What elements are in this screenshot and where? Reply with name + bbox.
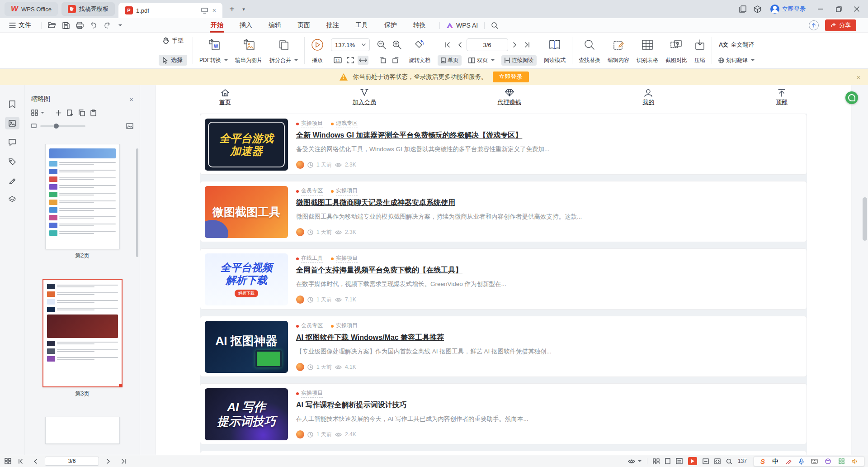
- fit-window-icon[interactable]: [703, 458, 709, 464]
- page-thumbnail-3-selected[interactable]: [42, 279, 123, 387]
- page-thumbnail-4[interactable]: [45, 417, 120, 444]
- toolbox-grid-icon[interactable]: [839, 458, 844, 464]
- tab-docer-template[interactable]: 找稿壳模板: [61, 2, 115, 16]
- next-page-button[interactable]: [104, 456, 113, 467]
- find-replace-button[interactable]: 查找替换: [575, 34, 604, 67]
- notice-login-button[interactable]: 立即登录: [493, 71, 529, 82]
- page-thumbnail-2[interactable]: [45, 144, 120, 249]
- fit-width-icon[interactable]: [714, 458, 721, 464]
- next-page-button[interactable]: [510, 39, 520, 50]
- compress-button[interactable]: 压缩: [691, 34, 709, 67]
- input-method-bar[interactable]: S 中: [754, 456, 864, 467]
- article-title-link[interactable]: 全新 Windows GI 加速器评测全平台免费畅玩的终极解决【游戏专区】: [296, 131, 522, 140]
- article-tag[interactable]: 会员专区: [296, 187, 323, 195]
- layers-panel-button[interactable]: [5, 193, 19, 205]
- eye-protect-dropdown[interactable]: [628, 459, 642, 464]
- article-card[interactable]: 全平台游戏 加速器 实操项目 游戏专区 全新 Windows GI 加速器评测全…: [200, 114, 807, 175]
- prev-page-button[interactable]: [30, 456, 40, 467]
- article-title-link[interactable]: 全网首个支持海量视频平台免费下载的【在线工具】: [296, 266, 462, 275]
- article-tag[interactable]: 实操项目: [296, 389, 323, 398]
- tab-edit[interactable]: 编辑: [261, 19, 288, 32]
- minimize-button[interactable]: [813, 2, 828, 16]
- last-page-button[interactable]: [118, 456, 128, 467]
- tab-home[interactable]: 开始: [203, 19, 231, 32]
- tab-document-pdf[interactable]: P 1.pdf ×: [118, 3, 222, 18]
- workspace-docs-icon[interactable]: [737, 3, 749, 15]
- keyboard-icon[interactable]: [811, 459, 818, 464]
- file-menu-button[interactable]: 文件: [5, 21, 35, 29]
- sound-icon[interactable]: [852, 458, 858, 464]
- article-tag[interactable]: 实操项目: [296, 119, 323, 128]
- ime-brush-icon[interactable]: [786, 458, 792, 464]
- wps-ai-button[interactable]: WPS AI: [446, 22, 478, 29]
- first-page-button[interactable]: [16, 456, 26, 467]
- thumbnail-layout-dropdown[interactable]: [31, 110, 44, 116]
- tab-page[interactable]: 页面: [290, 19, 317, 32]
- search-icon[interactable]: [491, 22, 498, 29]
- continuous-read-button[interactable]: 连续阅读: [501, 55, 537, 66]
- comments-panel-button[interactable]: [5, 136, 19, 148]
- fit-width-button[interactable]: [358, 56, 368, 65]
- article-thumbnail[interactable]: 全平台游戏 加速器: [205, 119, 288, 171]
- redo-icon[interactable]: [104, 22, 111, 29]
- microphone-icon[interactable]: [799, 458, 804, 465]
- panel-scrollbar[interactable]: [136, 148, 138, 257]
- page-organize-icon[interactable]: [5, 458, 11, 464]
- zoom-out-icon[interactable]: [377, 40, 386, 49]
- document-scrollbar[interactable]: [863, 197, 867, 241]
- single-page-button[interactable]: 单页: [438, 55, 462, 66]
- article-tag[interactable]: 在线工具: [296, 254, 323, 263]
- full-translate-button[interactable]: A文 全文翻译: [719, 35, 754, 54]
- hand-tool-button[interactable]: 手型: [159, 35, 187, 46]
- slider-handle[interactable]: [54, 124, 59, 129]
- panel-close-icon[interactable]: ×: [129, 95, 133, 103]
- word-translate-button[interactable]: 划词翻译: [718, 55, 755, 66]
- undo-icon[interactable]: [90, 22, 97, 29]
- zoom-tool-icon[interactable]: [726, 458, 732, 464]
- single-page-view-icon[interactable]: [665, 458, 670, 464]
- article-title-link[interactable]: AI 抠图软件下载 Windows/Mac 兼容工具推荐: [296, 333, 444, 343]
- article-tag[interactable]: 会员专区: [296, 322, 323, 330]
- article-card[interactable]: 全平台视频 解析下载 解析下载 在线工具 实操项目 全网首个支持海量视频平台免费…: [200, 248, 807, 310]
- zoom-in-icon[interactable]: [392, 40, 401, 49]
- close-button[interactable]: [849, 2, 864, 16]
- tab-protect[interactable]: 保护: [377, 19, 404, 32]
- apps-cube-icon[interactable]: [751, 3, 763, 15]
- open-folder-icon[interactable]: [48, 22, 56, 29]
- split-merge-button[interactable]: 拆分合并: [266, 34, 302, 67]
- tab-screen-icon[interactable]: [201, 8, 208, 14]
- rotate-right-icon[interactable]: [392, 57, 399, 63]
- login-now-button[interactable]: 立即登录: [770, 5, 806, 14]
- pdf-convert-button[interactable]: W PDF转换: [196, 34, 231, 67]
- table-recognize-button[interactable]: 识别表格: [633, 34, 662, 67]
- bookmarks-panel-button[interactable]: [5, 98, 19, 110]
- article-card[interactable]: AI 抠图神器 会员专区 实操项目 AI 抠图软件下载 Windows/Mac …: [200, 316, 807, 377]
- article-thumbnail[interactable]: AI 写作 提示词技巧: [205, 388, 288, 440]
- tab-tools[interactable]: 工具: [348, 19, 375, 32]
- tab-list-dropdown[interactable]: ▾: [238, 3, 250, 15]
- prev-page-button[interactable]: [455, 39, 465, 50]
- page-number-input[interactable]: 3/6: [45, 457, 99, 466]
- first-page-button[interactable]: [443, 39, 453, 50]
- notice-close-icon[interactable]: ×: [854, 73, 863, 81]
- actual-size-button[interactable]: 1:1: [332, 56, 343, 65]
- edit-content-button[interactable]: 编辑内容: [604, 34, 633, 67]
- article-thumbnail[interactable]: AI 抠图神器: [205, 321, 288, 373]
- print-icon[interactable]: [76, 22, 84, 29]
- new-tab-button[interactable]: +: [226, 3, 238, 15]
- zoom-select[interactable]: 137.1%: [331, 38, 370, 51]
- article-thumbnail[interactable]: 全平台视频 解析下载 解析下载: [205, 253, 288, 305]
- last-page-button[interactable]: [522, 39, 532, 50]
- nav-link-home[interactable]: 首页: [219, 89, 231, 106]
- tab-annotate[interactable]: 批注: [319, 19, 346, 32]
- add-page-button[interactable]: [56, 110, 61, 116]
- thumbnail-size-slider[interactable]: [40, 125, 85, 127]
- nav-link-profile[interactable]: 我的: [642, 89, 654, 106]
- ime-logo[interactable]: S: [760, 457, 765, 465]
- nav-link-agent-earn[interactable]: 代理赚钱: [498, 89, 521, 106]
- article-tag[interactable]: 实操项目: [331, 322, 358, 330]
- article-card[interactable]: 实操项目 虚拟资源: [200, 451, 807, 455]
- insert-page-button[interactable]: [67, 110, 73, 116]
- share-button[interactable]: 分享: [825, 19, 856, 31]
- article-tag[interactable]: 实操项目: [331, 254, 358, 263]
